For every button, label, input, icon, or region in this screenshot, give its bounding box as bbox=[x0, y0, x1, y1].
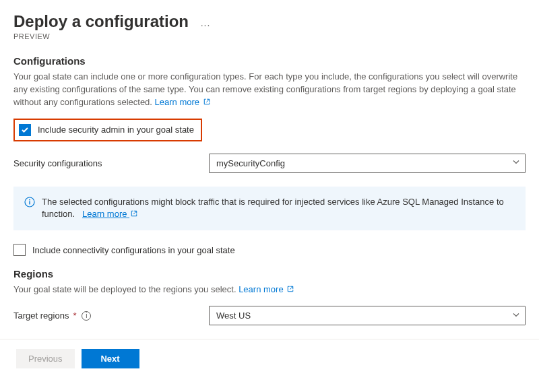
include-security-checkbox[interactable] bbox=[19, 124, 31, 136]
previous-button[interactable]: Previous bbox=[16, 349, 75, 368]
more-actions-button[interactable]: ··· bbox=[201, 20, 211, 30]
regions-heading: Regions bbox=[13, 268, 526, 280]
security-warning-banner: The selected configurations might block … bbox=[13, 187, 526, 231]
divider bbox=[0, 339, 539, 339]
svg-point-1 bbox=[29, 199, 30, 200]
configurations-heading: Configurations bbox=[13, 55, 526, 67]
include-connectivity-checkbox[interactable] bbox=[13, 244, 26, 256]
security-config-label: Security configurations bbox=[13, 158, 209, 168]
external-link-icon bbox=[287, 284, 294, 290]
info-icon bbox=[24, 197, 35, 211]
external-link-icon bbox=[203, 96, 210, 103]
include-connectivity-label: Include connectivity configurations in y… bbox=[32, 245, 235, 255]
external-link-icon bbox=[131, 208, 137, 215]
info-icon[interactable]: i bbox=[82, 311, 91, 321]
regions-learn-more-link[interactable]: Learn more bbox=[239, 284, 294, 294]
configurations-learn-more-link[interactable]: Learn more bbox=[155, 97, 210, 107]
security-config-select[interactable]: mySecurityConfig bbox=[209, 154, 526, 173]
regions-description: Your goal state will be deployed to the … bbox=[13, 284, 526, 296]
include-security-highlight: Include security admin in your goal stat… bbox=[13, 119, 202, 141]
svg-rect-2 bbox=[29, 201, 30, 204]
configurations-description: Your goal state can include one or more … bbox=[13, 71, 526, 109]
banner-learn-more-link[interactable]: Learn more bbox=[82, 209, 137, 219]
target-regions-select[interactable]: West US bbox=[209, 306, 526, 325]
include-security-label: Include security admin in your goal stat… bbox=[38, 125, 194, 135]
preview-badge: PREVIEW bbox=[13, 32, 526, 40]
target-regions-label: Target regions* i bbox=[13, 311, 209, 321]
next-button[interactable]: Next bbox=[82, 349, 139, 368]
page-title: Deploy a configuration bbox=[13, 12, 189, 31]
